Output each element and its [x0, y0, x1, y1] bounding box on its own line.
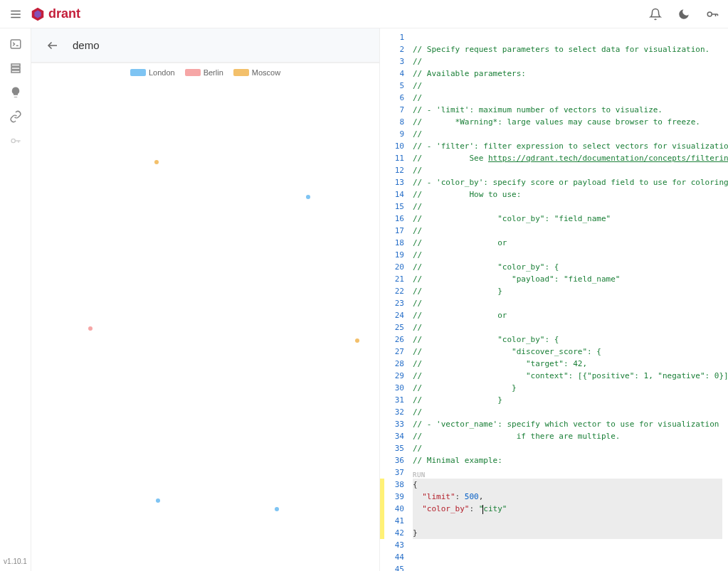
line-gutter: 1234567891011121314151617181920212223242…: [384, 28, 410, 571]
code-line[interactable]: "color_by": "city": [413, 503, 722, 515]
svg-point-5: [707, 12, 712, 16]
data-point[interactable]: [154, 160, 159, 164]
back-icon[interactable]: [43, 36, 63, 55]
legend-swatch: [130, 69, 146, 76]
code-line[interactable]: // "discover_score": {: [413, 346, 722, 358]
code-line[interactable]: //: [413, 201, 722, 213]
code-line[interactable]: // Minimal example:: [413, 454, 722, 466]
code-line[interactable]: // "color_by": "field_name": [413, 213, 722, 225]
brand-name: drant: [48, 6, 80, 21]
code-line[interactable]: "limit": 500,: [413, 491, 722, 503]
legend-label: Berlin: [204, 68, 223, 77]
version-label: v1.10.1: [4, 557, 27, 565]
code-line[interactable]: // }: [413, 394, 722, 406]
page-title: demo: [73, 39, 100, 51]
svg-rect-12: [11, 68, 20, 70]
code-line[interactable]: [413, 539, 722, 551]
sidebar-key-icon[interactable]: [6, 131, 26, 151]
code-line[interactable]: // }: [413, 382, 722, 394]
code-line[interactable]: //: [413, 297, 722, 309]
svg-point-14: [11, 139, 15, 142]
code-line[interactable]: [413, 466, 722, 479]
code-line[interactable]: // - 'vector_name': specify which vector…: [413, 418, 722, 430]
scatter-plot[interactable]: [31, 81, 379, 571]
legend-item[interactable]: London: [130, 68, 175, 77]
data-point[interactable]: [355, 338, 359, 343]
code-line[interactable]: [413, 563, 722, 571]
data-point[interactable]: [275, 507, 279, 511]
code-line[interactable]: // "color_by": {: [413, 333, 722, 346]
code-line[interactable]: // or: [413, 237, 722, 249]
sidebar-collections-icon[interactable]: [6, 58, 26, 78]
code-editor-pane[interactable]: 1234567891011121314151617181920212223242…: [380, 28, 728, 571]
code-line[interactable]: [413, 515, 722, 527]
code-line[interactable]: // - 'filter': filter expression to sele…: [413, 140, 722, 152]
legend-label: London: [149, 68, 175, 77]
legend-label: Moscow: [252, 68, 280, 77]
code-line[interactable]: // *Warning*: large values may cause bro…: [413, 116, 722, 128]
svg-rect-9: [11, 40, 21, 48]
code-line[interactable]: //: [413, 164, 722, 176]
code-line[interactable]: // or: [413, 309, 722, 321]
data-point[interactable]: [156, 498, 160, 503]
code-line[interactable]: // "context": [{"positive": 1, "negative…: [413, 370, 722, 382]
code-line[interactable]: // }: [413, 285, 722, 297]
sidebar-link-icon[interactable]: [6, 107, 26, 127]
svg-rect-13: [11, 70, 20, 73]
brand-logo[interactable]: drant: [30, 6, 80, 22]
code-line[interactable]: //: [413, 55, 722, 68]
code-line[interactable]: // "color_by": {: [413, 261, 722, 273]
code-line[interactable]: //: [413, 406, 722, 418]
legend-swatch: [233, 69, 249, 76]
code-line[interactable]: // Available parameters:: [413, 68, 722, 80]
legend-item[interactable]: Berlin: [185, 68, 223, 77]
code-line[interactable]: // Specify request parameters to select …: [413, 43, 722, 55]
sidebar: v1.10.1: [0, 28, 31, 571]
code-line[interactable]: // - 'color_by': specify score or payloa…: [413, 176, 722, 188]
notifications-icon[interactable]: [645, 4, 665, 24]
code-line[interactable]: // if there are multiple.: [413, 430, 722, 442]
code-line[interactable]: {: [413, 479, 722, 491]
code-line[interactable]: // How to use:: [413, 188, 722, 201]
pane-header: demo: [31, 28, 379, 63]
code-line[interactable]: //: [413, 80, 722, 92]
modification-indicator: [380, 28, 384, 571]
code-line[interactable]: //: [413, 442, 722, 454]
code-area[interactable]: // Specify request parameters to select …: [410, 28, 728, 571]
theme-toggle-icon[interactable]: [674, 4, 694, 24]
code-line[interactable]: // "payload": "field_name": [413, 273, 722, 285]
code-line[interactable]: // - 'limit': maximum number of vectors …: [413, 104, 722, 116]
topbar: drant: [0, 0, 728, 28]
code-line[interactable]: [413, 551, 722, 563]
sidebar-terminal-icon[interactable]: [6, 34, 26, 54]
code-line[interactable]: //: [413, 321, 722, 333]
code-line[interactable]: //: [413, 249, 722, 261]
svg-rect-11: [11, 64, 20, 66]
key-icon[interactable]: [702, 4, 722, 24]
code-line[interactable]: //: [413, 225, 722, 237]
legend: LondonBerlinMoscow: [31, 63, 379, 81]
menu-icon[interactable]: [6, 4, 26, 24]
legend-swatch: [185, 69, 201, 76]
code-line[interactable]: }: [413, 527, 722, 539]
code-line[interactable]: //: [413, 92, 722, 104]
code-line[interactable]: // "target": 42,: [413, 358, 722, 370]
data-point[interactable]: [306, 195, 310, 199]
legend-item[interactable]: Moscow: [233, 68, 280, 77]
sidebar-lightbulb-icon[interactable]: [6, 82, 26, 102]
data-point[interactable]: [88, 326, 93, 331]
visualization-pane: demo LondonBerlinMoscow: [31, 28, 380, 571]
code-line[interactable]: //: [413, 128, 722, 140]
run-button[interactable]: RUN: [413, 471, 426, 481]
code-line[interactable]: [413, 31, 722, 43]
code-line[interactable]: // See https://qdrant.tech/documentation…: [413, 152, 722, 164]
